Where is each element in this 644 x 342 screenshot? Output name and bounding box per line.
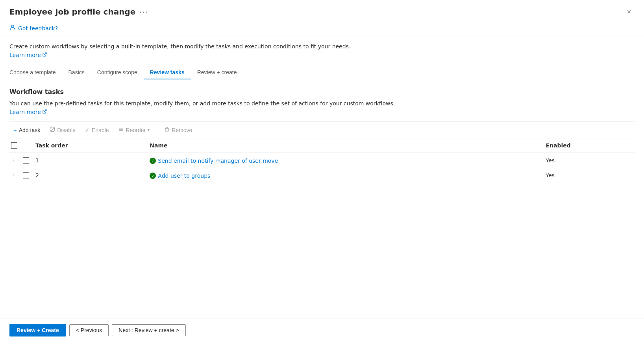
disable-icon [50, 127, 55, 133]
page-title: Employee job profile change [9, 7, 135, 17]
row1-enabled: Yes [543, 153, 635, 168]
row1-checkbox[interactable] [23, 157, 29, 164]
drag-handle-icon[interactable]: ⋮⋮ [11, 158, 20, 163]
feedback-bar: Got feedback? [0, 21, 644, 35]
workflow-learn-more-link[interactable]: Learn more [9, 109, 47, 115]
header-checkbox-cell [9, 138, 32, 153]
col-name: Name [146, 138, 542, 153]
footer: Review + Create < Previous Next : Review… [0, 318, 644, 342]
row1-drag-check: ⋮⋮ [9, 153, 32, 168]
reorder-chevron-icon: ▾ [148, 128, 150, 132]
task-table-wrapper: Task order Name Enabled ⋮⋮ 1 [9, 138, 635, 183]
row2-checkbox[interactable] [23, 172, 29, 178]
remove-button[interactable]: Remove [160, 125, 196, 135]
task-table: Task order Name Enabled ⋮⋮ 1 [9, 138, 635, 183]
feedback-link[interactable]: Got feedback? [18, 25, 58, 31]
review-create-button[interactable]: Review + Create [9, 324, 66, 336]
toolbar-separator [157, 126, 157, 134]
remove-icon [164, 127, 170, 133]
next-button[interactable]: Next : Review + create > [112, 324, 185, 336]
row1-task-link[interactable]: ✓ Send email to notify manager of user m… [150, 158, 278, 164]
add-task-button[interactable]: + Add task [9, 125, 44, 135]
tab-basics[interactable]: Basics [62, 66, 91, 79]
workflow-external-link-icon [42, 109, 47, 115]
intro-description: Create custom workflows by selecting a b… [9, 43, 635, 50]
header-checkbox[interactable] [11, 142, 17, 149]
reorder-label: Reorder [126, 127, 146, 133]
svg-rect-6 [165, 129, 168, 131]
col-task-order: Task order [32, 138, 146, 153]
table-header-row: Task order Name Enabled [9, 138, 635, 153]
tab-choose-template[interactable]: Choose a template [9, 66, 62, 79]
row2-enabled: Yes [543, 168, 635, 183]
section-title: Workflow tasks [9, 88, 635, 96]
header-title-row: Employee job profile change ··· [9, 7, 148, 17]
enable-label: Enable [92, 127, 109, 133]
reorder-icon [118, 127, 124, 133]
row1-task-name: Send email to notify manager of user mov… [158, 158, 278, 164]
header: Employee job profile change ··· × [0, 0, 644, 21]
disable-button[interactable]: Disable [46, 125, 80, 135]
external-link-icon [42, 52, 47, 58]
reorder-button[interactable]: Reorder ▾ [115, 125, 154, 135]
add-task-icon: + [13, 127, 17, 133]
enable-button[interactable]: ✓ Enable [81, 125, 113, 135]
learn-more-text: Learn more [9, 52, 41, 58]
section-description: You can use the pre-defined tasks for th… [9, 100, 635, 107]
row2-status-icon: ✓ [150, 173, 156, 179]
drag-handle-icon[interactable]: ⋮⋮ [11, 173, 20, 178]
row2-drag-check: ⋮⋮ [9, 168, 32, 183]
task-toolbar: + Add task Disable ✓ Enable [9, 121, 635, 138]
row2-task-name: Add user to groups [158, 173, 210, 179]
row1-status-icon: ✓ [150, 158, 156, 164]
tab-review-create[interactable]: Review + create [191, 66, 243, 79]
row1-order: 1 [32, 153, 146, 168]
row2-name-cell: ✓ Add user to groups [146, 168, 542, 183]
tabs-nav: Choose a template Basics Configure scope… [9, 66, 635, 79]
enable-icon: ✓ [85, 127, 90, 133]
content-area: Create custom workflows by selecting a b… [0, 35, 644, 318]
tab-review-tasks[interactable]: Review tasks [144, 66, 191, 79]
row2-order: 2 [32, 168, 146, 183]
workflow-learn-more-text: Learn more [9, 109, 41, 115]
table-row: ⋮⋮ 1 ✓ Send email to notify manager of u… [9, 153, 635, 168]
row1-name-cell: ✓ Send email to notify manager of user m… [146, 153, 542, 168]
add-task-label: Add task [19, 127, 40, 133]
feedback-icon [9, 24, 16, 32]
previous-button[interactable]: < Previous [69, 324, 109, 336]
close-button[interactable]: × [624, 6, 635, 17]
remove-label: Remove [172, 127, 192, 133]
svg-point-0 [11, 25, 14, 28]
tab-configure-scope[interactable]: Configure scope [91, 66, 144, 79]
page-wrapper: Employee job profile change ··· × Got fe… [0, 0, 644, 342]
table-row: ⋮⋮ 2 ✓ Add user to groups Yes [9, 168, 635, 183]
col-enabled: Enabled [543, 138, 635, 153]
disable-label: Disable [57, 127, 76, 133]
intro-learn-more-link[interactable]: Learn more [9, 52, 47, 58]
row2-task-link[interactable]: ✓ Add user to groups [150, 173, 210, 179]
ellipsis-menu[interactable]: ··· [139, 8, 148, 16]
